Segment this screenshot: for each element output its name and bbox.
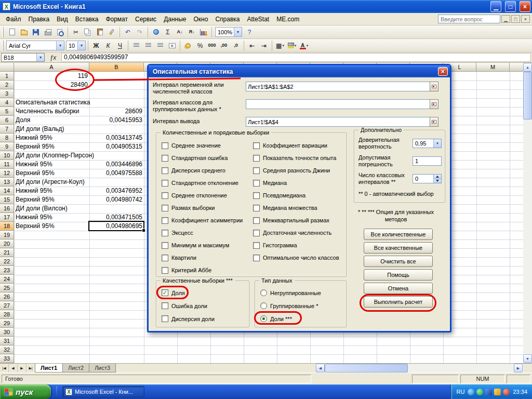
cell-A17[interactable]: Нижний 95% (14, 213, 89, 222)
currency-style-button[interactable] (182, 40, 194, 51)
tray-icon-2[interactable] (476, 389, 483, 395)
cell-B29[interactable] (89, 319, 144, 328)
autosum-button[interactable]: Σ (162, 26, 174, 38)
cell-A14[interactable]: Нижний 95% (14, 187, 89, 195)
row-header-11[interactable]: 11 (0, 160, 14, 169)
cell-A7[interactable]: ДИ доли (Вальд) (14, 125, 89, 134)
cell-B13[interactable] (89, 178, 144, 187)
cell-A20[interactable] (14, 240, 89, 248)
row-header-6[interactable]: 6 (0, 116, 14, 125)
menu-edit[interactable]: Правка (25, 14, 54, 25)
merge-center-button[interactable] (166, 40, 178, 51)
cell-A30[interactable] (14, 328, 89, 337)
menu-view[interactable]: Вид (53, 14, 72, 25)
checkbox-item[interactable]: Коэффициент асимметрии (162, 214, 251, 227)
start-button[interactable]: пуск (0, 384, 51, 399)
tab-list3[interactable]: Лист3 (89, 364, 116, 373)
new-button[interactable] (6, 26, 18, 38)
cell-B12[interactable]: 0,004975588 (89, 169, 144, 178)
collapse-dialog-button[interactable] (430, 82, 438, 91)
row-header-1[interactable]: 1 (0, 72, 14, 81)
tray-icon-5[interactable] (503, 389, 510, 395)
sheet-nav-next[interactable]: ▶ (18, 364, 26, 373)
cell-A22[interactable] (14, 257, 89, 266)
cell-A19[interactable] (14, 231, 89, 240)
menu-tools[interactable]: Сервис (131, 14, 160, 25)
tab-list1[interactable]: Лист1 (35, 364, 63, 373)
cell-B26[interactable] (89, 292, 144, 301)
cell-A1[interactable]: 119 (14, 72, 89, 81)
help-button[interactable]: ? (244, 26, 255, 38)
minimize-button[interactable]: ▁ (490, 1, 501, 12)
checkbox-item[interactable]: Дисперсия доли (162, 312, 215, 325)
all-qualitative-button[interactable]: Все качественные (364, 242, 433, 254)
menu-insert[interactable]: Вставка (72, 14, 102, 25)
cell-A31[interactable] (14, 337, 89, 345)
checkbox-item[interactable]: Средняя разность Джини (253, 164, 344, 177)
align-center-button[interactable] (142, 40, 154, 51)
radio-selected[interactable]: Доли *** (260, 312, 321, 325)
decrease-decimal-button[interactable]: ,0 (230, 40, 242, 51)
undo-button[interactable]: ↶ (122, 26, 134, 38)
insert-hyperlink-button[interactable] (150, 26, 162, 38)
row-header-30[interactable]: 30 (0, 328, 14, 337)
cell-B16[interactable] (89, 204, 144, 213)
question-input[interactable] (438, 15, 500, 23)
row-header-4[interactable]: 4 (0, 98, 14, 107)
taskbar-clock[interactable]: 23:34 (513, 389, 527, 395)
sheet-nav-first[interactable]: |◀ (0, 364, 9, 373)
cell-A11[interactable]: Нижний 95% (14, 160, 89, 169)
cell-B4[interactable] (89, 98, 144, 107)
cell-A27[interactable] (14, 301, 89, 310)
row-header-18[interactable]: 18 (0, 222, 14, 231)
menu-window[interactable]: Окно (190, 14, 211, 25)
row-header-24[interactable]: 24 (0, 275, 14, 284)
radio-item[interactable]: Негруппированные (260, 286, 321, 299)
cell-B19[interactable] (89, 231, 144, 240)
format-painter-button[interactable] (106, 26, 117, 38)
cell-A28[interactable] (14, 310, 89, 319)
checkbox-checked[interactable]: ✓Доля (162, 286, 215, 299)
cell-B3[interactable] (89, 89, 144, 98)
borders-button[interactable]: ▦▾ (274, 40, 286, 51)
cell-A29[interactable] (14, 319, 89, 328)
checkbox-item[interactable]: Псевдомедиана (253, 189, 344, 202)
row-header-23[interactable]: 23 (0, 266, 14, 275)
redo-button[interactable]: ↷ (134, 26, 145, 38)
close-button[interactable]: × (520, 1, 530, 12)
all-quantitative-button[interactable]: Все количественные (364, 229, 433, 240)
vertical-scroll-thumb[interactable] (523, 72, 532, 119)
checkbox-item[interactable]: Медиана (253, 177, 344, 189)
horizontal-scrollbar[interactable]: ◀ ▶ (316, 363, 523, 373)
cell-B11[interactable]: 0,003446896 (89, 160, 144, 169)
checkbox-item[interactable]: Критерий Аббе (162, 264, 251, 276)
collapse-dialog-button[interactable] (430, 117, 438, 127)
cell-A9[interactable]: Верхний 95% (14, 142, 89, 151)
zoom-combo[interactable]: 100%▾ (215, 27, 242, 37)
row-header-29[interactable]: 29 (0, 319, 14, 328)
cell-B30[interactable] (89, 328, 144, 337)
toolbar-grip[interactable] (2, 27, 4, 37)
class-range-input[interactable] (246, 99, 430, 109)
cell-B14[interactable]: 0,003476952 (89, 187, 144, 195)
spinner-up-icon[interactable] (434, 175, 441, 179)
cell-B22[interactable] (89, 257, 144, 266)
print-button[interactable] (42, 26, 54, 38)
output-range-input[interactable] (246, 117, 430, 127)
paste-button[interactable] (94, 26, 105, 38)
confidence-combo[interactable]: 0,95 ▼ (413, 139, 442, 148)
column-header-A[interactable]: A (14, 63, 89, 72)
dialog-close-button[interactable]: × (438, 67, 448, 76)
cell-B24[interactable] (89, 275, 144, 284)
row-header-12[interactable]: 12 (0, 169, 14, 178)
row-header-31[interactable]: 31 (0, 337, 14, 345)
chart-wizard-button[interactable] (198, 26, 209, 38)
workbook-restore-button[interactable]: □ (511, 15, 520, 23)
fill-color-button[interactable]: ▾ (286, 40, 298, 51)
align-right-button[interactable] (154, 40, 166, 51)
cell-A13[interactable]: ДИ доли (Агрести-Коул) (14, 178, 89, 187)
checkbox-item[interactable]: Квартили (162, 251, 251, 264)
cell-A21[interactable] (14, 248, 89, 257)
dialog-title-bar[interactable]: Описательная статистика × (149, 65, 450, 77)
row-header-27[interactable]: 27 (0, 301, 14, 310)
